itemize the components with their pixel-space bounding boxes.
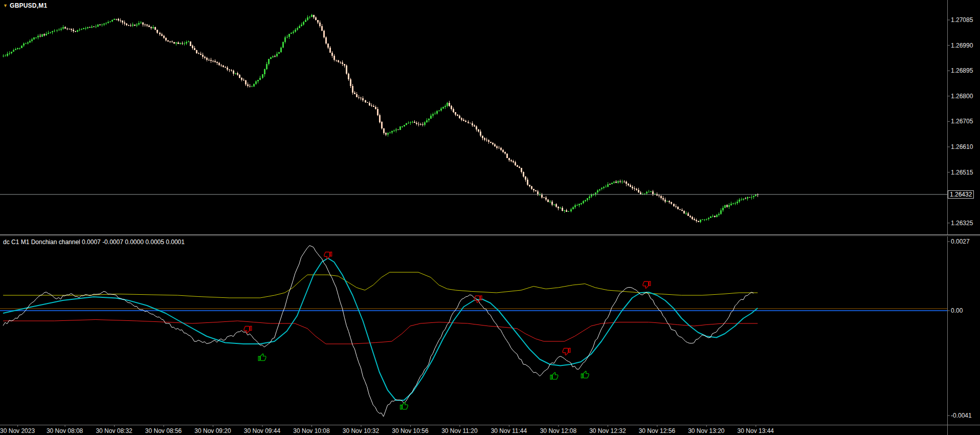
indicator-axis-label: 0.00 (951, 307, 963, 314)
indicator-axis-label: 0.0027 (951, 238, 970, 245)
time-axis-label[interactable]: 30 Nov 08:32 (96, 427, 132, 434)
price-axis-label: 1.26895 (951, 67, 973, 74)
window-splitter[interactable] (0, 234, 980, 236)
time-axis-label[interactable]: 30 Nov 10:56 (392, 427, 428, 434)
symbol-dropdown-icon: ▼ (3, 3, 8, 8)
time-axis: 30 Nov 202330 Nov 08:0830 Nov 08:3230 No… (0, 427, 980, 435)
price-axis-label: 1.26990 (951, 42, 973, 49)
time-axis-label[interactable]: 30 Nov 2023 (0, 427, 35, 434)
indicator-axis-label: -0.0041 (951, 412, 972, 419)
time-axis-label[interactable]: 30 Nov 11:44 (491, 427, 527, 434)
time-axis-label[interactable]: 30 Nov 11:20 (441, 427, 478, 434)
price-axis-label: 1.27085 (951, 16, 973, 24)
time-axis-label[interactable]: 30 Nov 13:44 (738, 427, 774, 434)
price-axis-label: 1.26610 (951, 143, 973, 150)
time-axis-label[interactable]: 30 Nov 09:44 (244, 427, 280, 434)
main-chart-area[interactable] (0, 0, 947, 234)
time-axis-label[interactable]: 30 Nov 08:56 (145, 427, 182, 434)
price-axis-label: 1.26515 (951, 169, 973, 176)
time-axis-label[interactable]: 30 Nov 08:08 (47, 427, 83, 434)
trading-chart-window: ▼GBPUSD,M1 dc C1 M1 Donchian channel 0.0… (0, 0, 980, 435)
time-axis-label[interactable]: 30 Nov 10:08 (293, 427, 329, 434)
current-price-label: 1.26432 (948, 190, 974, 199)
time-axis-label[interactable]: 30 Nov 09:20 (194, 427, 231, 434)
indicator-legend: dc C1 M1 Donchian channel 0.0007 -0.0007… (3, 238, 185, 246)
time-axis-label[interactable]: 30 Nov 12:08 (540, 427, 576, 434)
time-axis-label[interactable]: 30 Nov 13:20 (688, 427, 724, 434)
time-axis-label[interactable]: 30 Nov 12:56 (639, 427, 675, 434)
symbol-name: GBPUSD,M1 (10, 2, 47, 9)
price-axis-label: 1.26325 (951, 220, 973, 227)
indicator-subwindow[interactable] (0, 236, 947, 425)
time-axis-label[interactable]: 30 Nov 10:32 (343, 427, 379, 434)
price-axis-label: 1.26705 (951, 118, 973, 125)
price-axis-label: 1.26800 (951, 93, 973, 100)
price-axis: 1.26432 1.270851.269901.268951.268001.26… (948, 0, 980, 435)
time-axis-label[interactable]: 30 Nov 12:32 (589, 427, 626, 434)
symbol-label: ▼GBPUSD,M1 (3, 2, 47, 9)
